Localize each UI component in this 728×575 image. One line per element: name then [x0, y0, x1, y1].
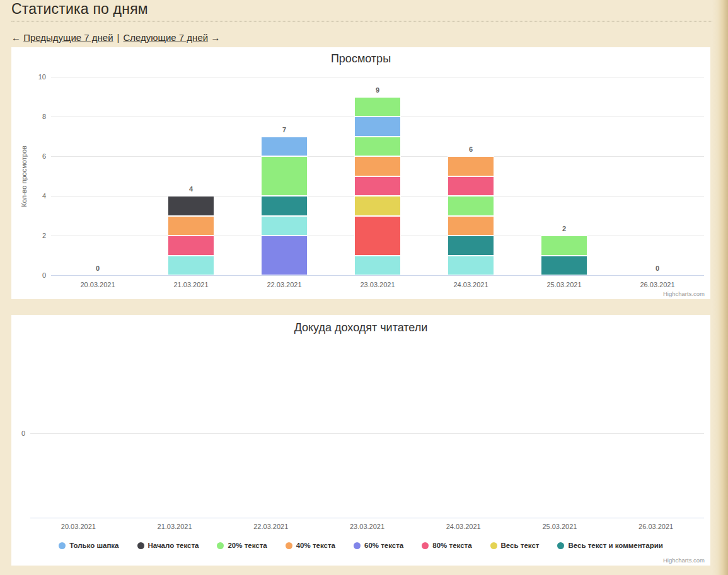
stack-total-label: 6	[469, 145, 473, 153]
highcharts-credit[interactable]: Highcharts.com	[663, 557, 705, 564]
y-gridline	[51, 77, 704, 77]
bar-segment[interactable]	[354, 117, 401, 137]
legend-marker-icon	[286, 542, 292, 549]
x-axis-line	[51, 275, 704, 276]
legend-label: Весь текст	[501, 542, 540, 549]
bar-segment[interactable]	[261, 236, 308, 275]
stacked-bar	[448, 156, 494, 275]
legend-label: 20% текста	[228, 542, 267, 549]
read-depth-chart: Докуда доходят читатели Только шапкаНача…	[11, 315, 710, 566]
bar-segment[interactable]	[541, 256, 587, 276]
legend-marker-icon	[422, 542, 429, 549]
legend-label: 60% текста	[364, 542, 403, 549]
legend-label: Только шапка	[69, 542, 118, 549]
page-edge-strip	[712, 0, 728, 575]
legend-label: Весь текст и комментарии	[568, 542, 662, 549]
y-tick-label: 10	[21, 73, 46, 81]
x-tick-label: 21.03.2021	[173, 281, 208, 288]
stack-total-label: 4	[189, 185, 193, 193]
legend-item[interactable]: 60% текста	[354, 542, 403, 549]
bar-segment[interactable]	[354, 196, 401, 216]
views-chart: Просмотры Кол-во просмотров Highcharts.c…	[11, 47, 710, 299]
y-tick-label: 0	[0, 430, 25, 438]
x-tick-label: 26.03.2021	[638, 523, 673, 530]
legend-marker-icon	[217, 542, 224, 549]
bar-segment[interactable]	[354, 256, 401, 276]
stack-total-label: 0	[656, 265, 659, 272]
legend-item[interactable]: Только шапка	[59, 542, 118, 549]
legend-item[interactable]: 80% текста	[422, 542, 471, 549]
bar-segment[interactable]	[448, 196, 494, 216]
x-tick-label: 24.03.2021	[453, 281, 488, 288]
legend-label: Начало текста	[148, 542, 199, 549]
bar-segment[interactable]	[354, 137, 401, 157]
stacked-bar	[261, 137, 308, 276]
bar-segment[interactable]	[168, 216, 214, 236]
bar-segment[interactable]	[261, 156, 308, 196]
x-tick-label: 20.03.2021	[80, 281, 115, 288]
bar-segment[interactable]	[448, 256, 494, 276]
legend-label: 80% текста	[432, 542, 471, 549]
y-tick-label: 4	[21, 192, 46, 200]
bar-segment[interactable]	[354, 216, 401, 256]
legend-marker-icon	[59, 542, 66, 549]
legend-marker-icon	[490, 542, 497, 549]
legend-marker-icon	[354, 542, 361, 549]
x-axis-line	[30, 518, 704, 518]
x-tick-label: 23.03.2021	[360, 281, 395, 288]
stack-total-label: 0	[96, 265, 100, 272]
prev-7-days-link[interactable]: Предыдущие 7 дней	[23, 32, 113, 43]
stack-total-label: 7	[282, 126, 286, 134]
bar-segment[interactable]	[448, 176, 494, 196]
y-tick-label: 8	[21, 113, 46, 121]
bar-segment[interactable]	[261, 216, 308, 236]
x-tick-label: 26.03.2021	[640, 281, 674, 288]
prev-arrow-icon: ←	[11, 32, 21, 43]
stacked-bar	[354, 97, 401, 276]
legend-item[interactable]: 40% текста	[286, 542, 335, 549]
bar-segment[interactable]	[354, 97, 401, 117]
bar-segment[interactable]	[168, 196, 214, 216]
bar-segment[interactable]	[354, 176, 401, 196]
legend-item[interactable]: Весь текст и комментарии	[557, 542, 662, 549]
bar-segment[interactable]	[168, 256, 214, 276]
y-gridline	[30, 433, 704, 434]
stack-total-label: 2	[562, 225, 566, 232]
bar-segment[interactable]	[168, 236, 214, 256]
legend-label: 40% текста	[296, 542, 335, 549]
x-tick-label: 25.03.2021	[542, 523, 577, 530]
stacked-bar	[168, 196, 214, 275]
bar-segment[interactable]	[448, 236, 494, 256]
legend-marker-icon	[137, 542, 144, 549]
bar-segment[interactable]	[261, 137, 308, 157]
legend-item[interactable]: Весь текст	[490, 542, 540, 549]
bar-segment[interactable]	[354, 156, 401, 176]
bar-segment[interactable]	[448, 216, 494, 236]
next-arrow-icon: →	[211, 32, 220, 43]
bar-segment[interactable]	[541, 236, 587, 256]
date-nav: ← Предыдущие 7 дней|Следующие 7 дней →	[11, 32, 220, 43]
y-tick-label: 2	[21, 232, 46, 240]
views-chart-title: Просмотры	[11, 52, 710, 65]
y-tick-label: 0	[21, 271, 46, 280]
x-tick-label: 24.03.2021	[446, 523, 481, 530]
next-7-days-link[interactable]: Следующие 7 дней	[124, 32, 209, 43]
nav-separator: |	[117, 32, 120, 43]
read-depth-chart-title: Докуда доходят читатели	[11, 321, 710, 334]
x-tick-label: 22.03.2021	[253, 523, 288, 530]
x-tick-label: 25.03.2021	[546, 281, 581, 288]
stack-total-label: 9	[376, 86, 379, 94]
stacked-bar	[541, 236, 587, 275]
bar-segment[interactable]	[261, 196, 308, 216]
highcharts-credit[interactable]: Highcharts.com	[663, 290, 705, 297]
x-tick-label: 21.03.2021	[158, 523, 192, 530]
legend-marker-icon	[557, 542, 564, 549]
y-tick-label: 6	[21, 152, 46, 161]
legend-item[interactable]: 20% текста	[217, 542, 267, 549]
bar-segment[interactable]	[448, 156, 494, 176]
page-title: Статистика по дням	[11, 1, 712, 21]
x-tick-label: 22.03.2021	[267, 281, 301, 288]
legend: Только шапкаНачало текста20% текста40% т…	[11, 542, 710, 549]
x-tick-label: 20.03.2021	[61, 523, 96, 530]
legend-item[interactable]: Начало текста	[137, 542, 199, 549]
